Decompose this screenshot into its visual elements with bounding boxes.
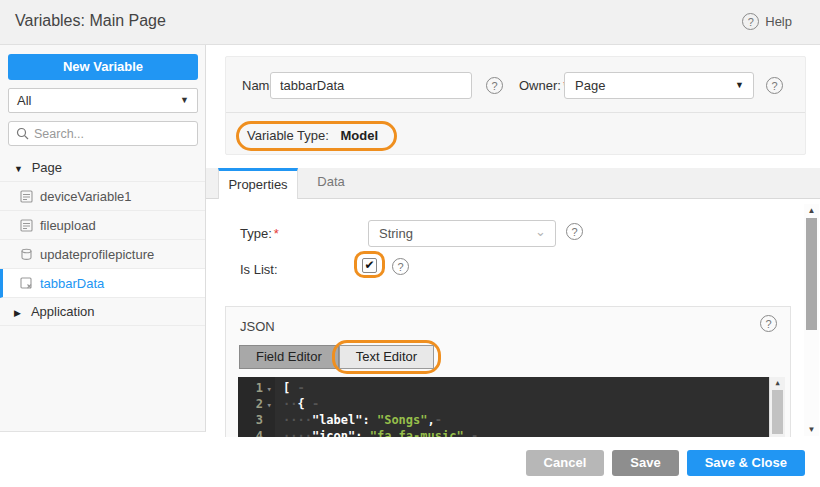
sidebar-group-page[interactable]: ▼ Page bbox=[0, 154, 205, 182]
variable-item-label: fileupload bbox=[40, 211, 96, 240]
variable-item-label: tabbarData bbox=[40, 269, 104, 298]
code-line: [ - bbox=[283, 380, 769, 396]
sidebar-item-updateprofilepicture[interactable]: updateprofilepicture bbox=[0, 240, 205, 269]
sidebar-item-tabbardata[interactable]: tabbarData bbox=[0, 269, 205, 298]
owner-label: Owner:* bbox=[519, 78, 568, 93]
code-line: ····"icon": "fa fa-music",- bbox=[283, 428, 769, 437]
scroll-down-icon[interactable]: ▼ bbox=[804, 425, 819, 434]
divider bbox=[226, 112, 805, 113]
help-icon: ? bbox=[742, 13, 759, 30]
group-label: Page bbox=[32, 160, 62, 175]
scroll-up-icon[interactable]: ▲ bbox=[804, 206, 819, 215]
required-marker: * bbox=[274, 226, 279, 241]
device-variable-icon bbox=[20, 190, 33, 203]
search-input[interactable]: Search... bbox=[8, 121, 198, 146]
tab-data[interactable]: Data bbox=[306, 168, 356, 199]
line-number: 4 bbox=[238, 428, 275, 437]
page-title: Variables: Main Page bbox=[15, 12, 166, 30]
variable-type-row: Variable Type: Model bbox=[236, 121, 397, 151]
chevron-down-icon: ⌄ bbox=[535, 219, 546, 244]
sidebar-group-application[interactable]: ▶ Application bbox=[0, 298, 205, 326]
dialog-footer: Cancel Save Save & Close bbox=[0, 437, 820, 487]
dialog-header: Variables: Main Page ? Help bbox=[0, 0, 820, 45]
footer-buttons: Cancel Save Save & Close bbox=[526, 450, 805, 476]
json-section: JSON ? Field Editor Text Editor 1▾ 2▾ 3 … bbox=[225, 306, 791, 437]
tab-strip: Properties Data bbox=[206, 168, 820, 199]
type-select[interactable]: String ⌄ bbox=[368, 220, 556, 247]
collapse-arrow-icon: ▼ bbox=[14, 155, 28, 183]
is-list-help-icon[interactable]: ? bbox=[392, 258, 409, 275]
group-label: Application bbox=[31, 304, 95, 319]
tab-properties[interactable]: Properties bbox=[218, 168, 298, 200]
variables-sidebar: New Variable All ▼ Search... ▼ Page devi… bbox=[0, 45, 206, 432]
json-section-title: JSON bbox=[240, 319, 275, 334]
variable-meta-panel: Name:* ? Owner:* Page ▼ ? Variable Type:… bbox=[225, 56, 806, 155]
owner-help-icon[interactable]: ? bbox=[766, 77, 783, 94]
properties-scrollbar-thumb[interactable] bbox=[806, 218, 817, 330]
device-variable-icon bbox=[20, 219, 33, 232]
name-help-icon[interactable]: ? bbox=[486, 77, 503, 94]
properties-panel: Type:* String ⌄ ? Is List: ✔ ? JSON ? Fi… bbox=[206, 199, 820, 437]
type-label: Type:* bbox=[240, 226, 279, 241]
sidebar-item-devicevariable1[interactable]: deviceVariable1 bbox=[0, 182, 205, 211]
variable-item-label: deviceVariable1 bbox=[40, 182, 132, 211]
line-number: 2▾ bbox=[238, 396, 275, 412]
is-list-label: Is List: bbox=[240, 262, 278, 277]
fold-caret-icon[interactable]: ▾ bbox=[263, 397, 272, 413]
dropdown-arrow-icon: ▼ bbox=[180, 89, 189, 112]
editor-scrollbar[interactable]: ▲ bbox=[769, 377, 785, 437]
editor-gutter: 1▾ 2▾ 3 4 bbox=[238, 377, 275, 437]
variable-type-label: Variable Type: bbox=[247, 128, 329, 143]
search-icon bbox=[16, 127, 29, 140]
editor-scrollbar-thumb[interactable] bbox=[772, 390, 783, 434]
variable-type-value: Model bbox=[341, 128, 379, 143]
is-list-checkbox[interactable]: ✔ bbox=[362, 258, 377, 273]
dropdown-arrow-icon: ▼ bbox=[735, 73, 744, 98]
field-editor-button[interactable]: Field Editor bbox=[239, 345, 339, 369]
help-link[interactable]: ? Help bbox=[742, 13, 792, 30]
line-number: 3 bbox=[238, 412, 275, 428]
service-variable-icon bbox=[20, 248, 33, 261]
scroll-up-icon[interactable]: ▲ bbox=[770, 379, 785, 387]
variable-filter-value: All bbox=[17, 93, 31, 108]
type-value: String bbox=[379, 226, 413, 241]
model-variable-icon bbox=[20, 277, 33, 290]
owner-select[interactable]: Page ▼ bbox=[564, 72, 754, 99]
expand-arrow-icon: ▶ bbox=[14, 299, 28, 327]
owner-value: Page bbox=[575, 78, 605, 93]
code-line: ····"label": "Songs",- bbox=[283, 412, 769, 428]
annotation-ring-is-list: ✔ bbox=[354, 251, 385, 278]
fold-caret-icon[interactable]: ▾ bbox=[263, 381, 272, 397]
json-text-editor[interactable]: 1▾ 2▾ 3 4 [ - ··{ - ····"label": "Songs"… bbox=[238, 377, 785, 437]
editor-code-area[interactable]: [ - ··{ - ····"label": "Songs",- ····"ic… bbox=[275, 377, 769, 437]
code-line: ··{ - bbox=[283, 396, 769, 412]
search-placeholder: Search... bbox=[34, 127, 84, 141]
text-editor-button[interactable]: Text Editor bbox=[339, 345, 434, 369]
variable-item-label: updateprofilepicture bbox=[40, 240, 154, 269]
properties-scrollbar[interactable]: ▲ ▼ bbox=[804, 204, 819, 436]
annotation-ring-text-editor: Text Editor bbox=[332, 340, 441, 374]
json-help-icon[interactable]: ? bbox=[760, 315, 777, 332]
help-label: Help bbox=[765, 14, 792, 29]
type-help-icon[interactable]: ? bbox=[566, 223, 583, 240]
editor-mode-toggle: Field Editor Text Editor bbox=[239, 345, 434, 369]
new-variable-button[interactable]: New Variable bbox=[8, 54, 198, 80]
save-button[interactable]: Save bbox=[612, 450, 678, 476]
sidebar-item-fileupload[interactable]: fileupload bbox=[0, 211, 205, 240]
annotation-ring-variable-type: Variable Type: Model bbox=[236, 121, 397, 151]
variable-filter-select[interactable]: All ▼ bbox=[8, 88, 198, 113]
save-and-close-button[interactable]: Save & Close bbox=[687, 450, 805, 476]
variables-dialog: Variables: Main Page ? Help New Variable… bbox=[0, 0, 820, 487]
line-number: 1▾ bbox=[238, 380, 275, 396]
cancel-button[interactable]: Cancel bbox=[526, 450, 605, 476]
name-field[interactable] bbox=[270, 72, 472, 99]
